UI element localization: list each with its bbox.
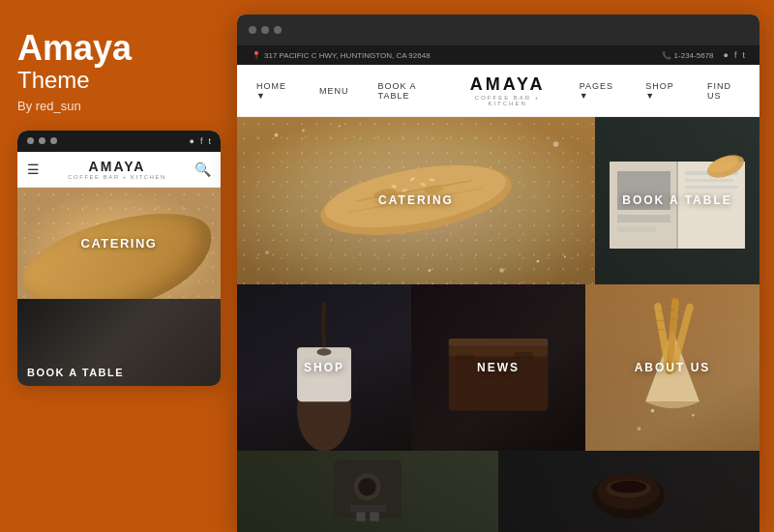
- svg-point-55: [358, 478, 376, 496]
- browser-dot-2: [261, 26, 269, 34]
- twitter-icon[interactable]: t: [742, 50, 745, 60]
- mobile-search-icon[interactable]: 🔍: [194, 162, 211, 177]
- theme-subtitle: Theme: [17, 68, 220, 93]
- nav-shop[interactable]: SHOP ▼: [645, 81, 678, 101]
- mobile-book-table-image: BOOK A TABLE: [17, 299, 221, 386]
- svg-point-15: [537, 260, 540, 263]
- twitter-icon: t: [208, 136, 211, 146]
- mobile-catering-label: CATERING: [81, 236, 158, 251]
- instagram-icon[interactable]: ●: [724, 50, 729, 60]
- about-label: ABOUT US: [635, 361, 711, 374]
- desktop-site: 📍 317 PACIFIC C HWY, HUNTINGTON, CA 9264…: [237, 45, 759, 532]
- svg-point-50: [651, 408, 655, 412]
- hamburger-icon[interactable]: ☰: [27, 162, 40, 177]
- mobile-brand-sub: COFFEE BAR + KITCHEN: [68, 174, 166, 180]
- desktop-topbar: 📍 317 PACIFIC C HWY, HUNTINGTON, CA 9264…: [237, 45, 759, 65]
- news-label: NEWS: [477, 361, 520, 374]
- nav-find-us[interactable]: FIND US: [707, 81, 740, 101]
- catering-label: CATERING: [378, 193, 454, 207]
- svg-point-51: [692, 413, 695, 416]
- nav-menu[interactable]: MENU: [319, 86, 349, 96]
- nav-pages[interactable]: PAGES ▼: [580, 81, 617, 101]
- phone-text: 1-234-5678: [674, 51, 714, 60]
- topbar-right: 📞 1-234-5678 ● f t: [662, 50, 745, 60]
- mobile-preview-card: ● f t ☰ AMAYA COFFEE BAR + KITCHEN 🔍 CAT…: [17, 131, 221, 386]
- about-cell[interactable]: ABOUT US: [585, 284, 759, 452]
- address-text: 317 PACIFIC C HWY, HUNTINGTON, CA 92648: [264, 51, 431, 60]
- instagram-icon: ●: [190, 136, 194, 146]
- bottom-right-cell[interactable]: [498, 451, 759, 532]
- address-bar: 📍 317 PACIFIC C HWY, HUNTINGTON, CA 9264…: [252, 51, 431, 60]
- mobile-book-table-label: BOOK A TABLE: [27, 367, 124, 378]
- mobile-top-bar: ● f t: [17, 131, 221, 152]
- news-cell[interactable]: NEWS: [411, 284, 585, 452]
- location-icon: 📍: [252, 51, 261, 60]
- desktop-brand-name: AMAYA: [464, 74, 550, 95]
- phone-icon: 📞: [662, 51, 671, 60]
- image-grid: CATERING: [237, 117, 759, 532]
- book-table-label: BOOK A TABLE: [622, 193, 732, 207]
- mobile-brand-name: AMAYA: [68, 159, 166, 174]
- svg-rect-39: [456, 354, 474, 359]
- svg-point-35: [317, 348, 332, 355]
- facebook-icon: f: [200, 136, 203, 146]
- dark-coffee-illustration: [498, 451, 759, 532]
- theme-title: Amaya Theme By red_sun: [17, 29, 220, 113]
- browser-bar: [237, 15, 759, 45]
- facebook-icon[interactable]: f: [734, 50, 737, 60]
- nav-home[interactable]: HOME ▼: [256, 81, 290, 101]
- mobile-catering-image: CATERING: [17, 188, 221, 299]
- desktop-brand-sub: COFFEE BAR + KITCHEN: [464, 95, 550, 106]
- mobile-dot-3: [50, 137, 57, 144]
- svg-rect-29: [685, 186, 738, 189]
- svg-rect-58: [370, 512, 378, 520]
- svg-rect-28: [685, 179, 733, 182]
- browser-dot-3: [274, 26, 282, 34]
- svg-point-11: [275, 133, 279, 137]
- svg-rect-56: [350, 505, 386, 512]
- svg-point-18: [553, 141, 559, 147]
- svg-point-12: [302, 130, 305, 133]
- author-credit: By red_sun: [17, 99, 220, 113]
- svg-rect-38: [449, 338, 549, 344]
- svg-point-52: [638, 427, 641, 430]
- phone-bar: 📞 1-234-5678: [662, 51, 714, 60]
- svg-point-13: [339, 125, 341, 127]
- mobile-dot-1: [27, 137, 34, 144]
- browser-dot-1: [249, 26, 256, 34]
- mobile-dot-2: [39, 137, 45, 144]
- catering-cell[interactable]: CATERING: [237, 117, 595, 284]
- mobile-social-bar: ● f t: [190, 136, 211, 146]
- svg-rect-41: [515, 351, 533, 358]
- bottom-left-cell[interactable]: [237, 451, 498, 532]
- svg-point-16: [564, 256, 566, 258]
- svg-rect-57: [356, 512, 365, 520]
- espresso-illustration: [237, 451, 498, 532]
- left-panel: Amaya Theme By red_sun ● f t ☰ AMAYA C: [0, 0, 237, 532]
- svg-point-19: [429, 269, 432, 272]
- shop-label: SHOP: [304, 361, 344, 374]
- shop-cell[interactable]: SHOP: [237, 284, 411, 452]
- theme-name: Amaya: [17, 29, 220, 68]
- svg-rect-25: [617, 215, 670, 222]
- svg-point-17: [265, 251, 269, 254]
- nav-book-table[interactable]: BOOK A TABLE: [378, 81, 436, 101]
- book-table-cell[interactable]: BOOK A TABLE: [595, 117, 759, 284]
- desktop-preview: 📍 317 PACIFIC C HWY, HUNTINGTON, CA 9264…: [237, 15, 759, 532]
- mobile-nav: ☰ AMAYA COFFEE BAR + KITCHEN 🔍: [17, 152, 221, 188]
- svg-point-14: [499, 268, 504, 273]
- svg-point-62: [610, 481, 646, 493]
- svg-rect-26: [617, 226, 656, 232]
- social-icons-bar: ● f t: [724, 50, 745, 60]
- desktop-nav: HOME ▼ MENU BOOK A TABLE AMAYA COFFEE BA…: [237, 65, 759, 117]
